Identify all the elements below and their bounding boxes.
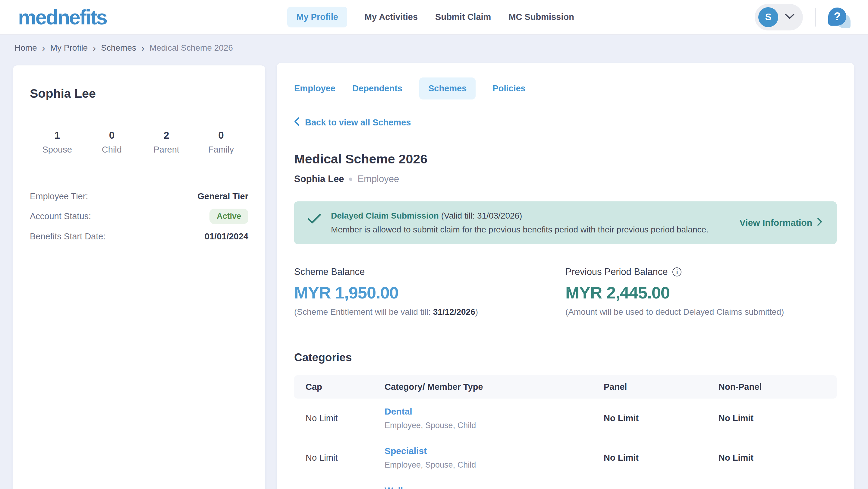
- banner-title: Delayed Claim Submission: [331, 211, 439, 220]
- nav-my-profile[interactable]: My Profile: [287, 7, 347, 27]
- header-divider: [815, 8, 815, 27]
- user-menu[interactable]: S: [755, 4, 803, 30]
- previous-balance-label: Previous Period Balance: [565, 267, 668, 277]
- nav-submit-claim[interactable]: Submit Claim: [435, 7, 491, 27]
- header-right: S ?: [755, 4, 851, 30]
- chevron-right-icon: [817, 217, 822, 228]
- previous-balance-note: (Amount will be used to deduct Delayed C…: [565, 307, 837, 317]
- balances-section: Scheme Balance MYR 1,950.00 (Scheme Enti…: [294, 267, 837, 317]
- table-row-dental: No Limit Dental Employee, Spouse, Child …: [294, 399, 837, 438]
- benefits-start-row: Benefits Start Date: 01/01/2024: [30, 230, 248, 242]
- nav-mc-submission[interactable]: MC Submission: [508, 7, 574, 27]
- delayed-claim-banner: Delayed Claim Submission (Valid till: 31…: [294, 202, 837, 244]
- categories-heading: Categories: [294, 351, 837, 364]
- breadcrumb-separator: ›: [93, 43, 96, 53]
- tab-dependents[interactable]: Dependents: [352, 78, 402, 99]
- stat-family: 0 Family: [194, 130, 248, 155]
- banner-validity: (Valid till: 31/03/2026): [441, 211, 522, 220]
- category-link-specialist[interactable]: Specialist: [384, 446, 427, 456]
- previous-balance-amount: MYR 2,445.00: [565, 283, 837, 302]
- stat-parent: 2 Parent: [139, 130, 194, 155]
- avatar: S: [758, 7, 778, 27]
- scheme-balance-label: Scheme Balance: [294, 267, 365, 277]
- previous-balance-block: Previous Period Balance i MYR 2,445.00 (…: [565, 267, 837, 317]
- table-row-specialist: No Limit Specialist Employee, Spouse, Ch…: [294, 438, 837, 478]
- member-name: Sophia Lee: [294, 174, 344, 184]
- tab-employee[interactable]: Employee: [294, 78, 336, 99]
- stat-child: 0 Child: [84, 130, 139, 155]
- scheme-balance-note: (Scheme Entitlement will be valid till: …: [294, 307, 565, 317]
- category-link-dental[interactable]: Dental: [384, 406, 412, 417]
- scheme-balance-amount: MYR 1,950.00: [294, 283, 565, 302]
- scheme-panel: Employee Dependents Schemes Policies Bac…: [277, 63, 854, 489]
- app-header: mednefits My Profile My Activities Submi…: [0, 0, 868, 35]
- status-badge: Active: [210, 209, 248, 224]
- scheme-balance-block: Scheme Balance MYR 1,950.00 (Scheme Enti…: [294, 267, 565, 317]
- profile-name: Sophia Lee: [30, 87, 248, 101]
- help-icon[interactable]: ?: [828, 6, 851, 29]
- scheme-tabs: Employee Dependents Schemes Policies: [294, 78, 837, 99]
- banner-body: Delayed Claim Submission (Valid till: 31…: [331, 211, 730, 235]
- breadcrumb-my-profile[interactable]: My Profile: [50, 43, 88, 53]
- back-to-schemes-link[interactable]: Back to view all Schemes: [294, 117, 411, 128]
- member-role: Employee: [358, 174, 399, 184]
- employee-tier-row: Employee Tier: General Tier: [30, 190, 248, 202]
- member-row: Sophia Lee Employee: [294, 174, 837, 184]
- tab-policies[interactable]: Policies: [493, 78, 526, 99]
- question-bubble-icon: ?: [828, 7, 846, 26]
- categories-table: Cap Category/ Member Type Panel Non-Pane…: [294, 375, 837, 489]
- categories-table-header: Cap Category/ Member Type Panel Non-Pane…: [294, 375, 837, 399]
- breadcrumb-schemes[interactable]: Schemes: [101, 43, 136, 53]
- dependent-stats: 1 Spouse 0 Child 2 Parent 0 Family: [30, 130, 248, 155]
- breadcrumb-home[interactable]: Home: [14, 43, 37, 53]
- info-icon[interactable]: i: [673, 267, 681, 276]
- profile-card: Sophia Lee 1 Spouse 0 Child 2 Parent 0 F…: [13, 65, 265, 489]
- breadcrumb-separator: ›: [141, 43, 144, 53]
- profile-details: Employee Tier: General Tier Account Stat…: [30, 190, 248, 242]
- category-link-wellness[interactable]: Wellness: [384, 485, 424, 489]
- section-divider: [294, 337, 837, 337]
- checkmark-icon: [307, 213, 321, 225]
- scheme-title: Medical Scheme 2026: [294, 152, 837, 166]
- tab-schemes[interactable]: Schemes: [419, 78, 475, 99]
- breadcrumb-separator: ›: [42, 43, 45, 53]
- dot-separator-icon: [349, 178, 352, 181]
- main-content: Sophia Lee 1 Spouse 0 Child 2 Parent 0 F…: [0, 61, 868, 489]
- stat-spouse: 1 Spouse: [30, 130, 84, 155]
- account-status-row: Account Status: Active: [30, 209, 248, 224]
- banner-description: Member is allowed to submit claim for th…: [331, 225, 730, 235]
- chevron-left-icon: [294, 117, 300, 128]
- breadcrumb: Home › My Profile › Schemes › Medical Sc…: [0, 35, 868, 61]
- main-nav: My Profile My Activities Submit Claim MC…: [107, 7, 755, 27]
- view-information-link[interactable]: View Information: [740, 217, 822, 228]
- chevron-down-icon: [785, 13, 795, 21]
- breadcrumb-current: Medical Scheme 2026: [150, 43, 233, 53]
- brand-logo[interactable]: mednefits: [18, 7, 107, 27]
- table-row-wellness: No Limit Wellness Employee, Spouse, Chil…: [294, 478, 837, 489]
- nav-my-activities[interactable]: My Activities: [365, 7, 418, 27]
